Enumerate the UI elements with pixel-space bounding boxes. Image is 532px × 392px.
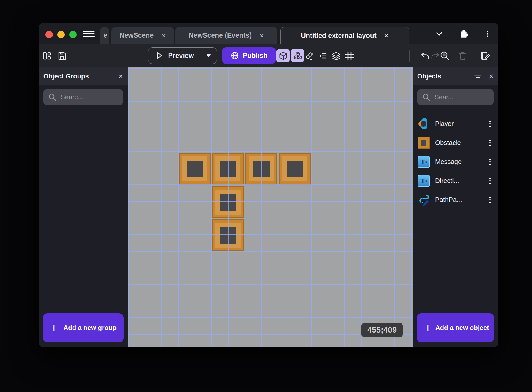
add-object-button[interactable]: + Add a new object: [417, 313, 494, 342]
tab-label: NewScene: [119, 31, 154, 39]
objects-header: Objects ×: [413, 67, 498, 85]
maximize-window-button[interactable]: [69, 31, 77, 38]
chevron-down-icon[interactable]: [434, 29, 445, 39]
tab-newscene-events[interactable]: NewScene (Events) ×: [175, 27, 277, 44]
tab-close-icon[interactable]: ×: [161, 32, 166, 39]
object-row-obstacle[interactable]: Obstacle: [413, 133, 498, 152]
object-row-message[interactable]: Tx Message: [413, 152, 498, 171]
minimize-window-button[interactable]: [57, 31, 65, 38]
tab-untitled-external-layout[interactable]: Untitled external layout ×: [280, 27, 409, 44]
search-icon: [48, 93, 56, 101]
tab-clipped[interactable]: e: [100, 27, 109, 44]
tab-label: e: [103, 31, 107, 39]
close-icon[interactable]: ×: [489, 72, 494, 80]
search-input[interactable]: [435, 93, 489, 101]
kebab-menu-icon[interactable]: [482, 29, 493, 39]
plus-icon: +: [424, 322, 431, 334]
main-menu-icon[interactable]: [83, 31, 95, 38]
play-icon: [155, 51, 163, 60]
player-icon: [417, 117, 430, 130]
pencil-edit-icon[interactable]: [303, 50, 315, 62]
instruction-list-icon[interactable]: [317, 50, 329, 62]
cube-3d-icon: [279, 51, 288, 60]
object-row-pathpaint[interactable]: PathPa...: [413, 190, 498, 209]
plus-icon: +: [51, 322, 57, 334]
tab-close-icon[interactable]: ×: [384, 32, 389, 39]
globe-icon: [230, 51, 239, 60]
add-group-button[interactable]: + Add a new group: [43, 313, 124, 342]
add-object-label: Add a new object: [433, 323, 491, 333]
path-paint-icon: [417, 193, 430, 206]
titlebar: e NewScene × NewScene (Events) × Untitle…: [39, 23, 498, 44]
panel-title: Object Groups: [43, 72, 118, 80]
publish-label: Publish: [243, 52, 267, 60]
tab-newscene[interactable]: NewScene ×: [111, 27, 174, 44]
preview-options-dropdown[interactable]: [200, 48, 217, 64]
toolbar: Preview Publish: [39, 44, 498, 67]
trash-icon[interactable]: [457, 50, 469, 62]
panels-layout-icon[interactable]: [41, 50, 53, 62]
obstacle-icon: [417, 136, 430, 149]
object-menu-kebab-icon[interactable]: [486, 119, 494, 129]
object-groups-search[interactable]: [43, 89, 123, 105]
cursor-coordinates-badge: 455;409: [361, 323, 403, 337]
search-input[interactable]: [61, 93, 118, 101]
panel-title: Objects: [417, 72, 473, 80]
objects-list: Player Obstacle Tx Mess: [413, 105, 498, 209]
object-groups-panel: Object Groups × + Add a new group: [39, 67, 128, 347]
object-menu-kebab-icon[interactable]: [486, 157, 494, 167]
obstacle-instance[interactable]: [245, 153, 277, 185]
main-area: Object Groups × + Add a new group 455;40…: [39, 67, 498, 347]
object-menu-kebab-icon[interactable]: [486, 138, 494, 148]
instances-toggle[interactable]: [291, 49, 304, 62]
tab-label: Untitled external layout: [301, 32, 376, 40]
obstacle-instance[interactable]: [279, 153, 311, 185]
preview-button[interactable]: Preview: [148, 47, 217, 64]
search-icon: [422, 93, 430, 101]
filter-icon[interactable]: [473, 72, 482, 81]
obstacle-instance[interactable]: [212, 153, 244, 185]
object-menu-kebab-icon[interactable]: [486, 176, 494, 186]
view-3d-toggle[interactable]: [276, 49, 290, 62]
tiles-layer: [128, 67, 413, 347]
tab-close-icon[interactable]: ×: [259, 32, 264, 39]
save-icon[interactable]: [56, 50, 68, 62]
extensions-puzzle-icon[interactable]: [458, 29, 469, 39]
text-object-icon: Tx: [417, 155, 430, 168]
object-menu-kebab-icon[interactable]: [486, 195, 494, 205]
scene-properties-icon[interactable]: [479, 50, 491, 62]
object-row-directions[interactable]: Tx Directi...: [413, 171, 498, 190]
object-groups-header: Object Groups ×: [39, 67, 128, 85]
preview-label: Preview: [168, 52, 194, 60]
obstacle-instance[interactable]: [212, 186, 244, 218]
scene-canvas[interactable]: 455;409: [128, 67, 413, 347]
layers-icon[interactable]: [330, 50, 342, 62]
obstacle-instance[interactable]: [179, 153, 211, 185]
objects-search[interactable]: [417, 89, 494, 105]
publish-button[interactable]: Publish: [222, 47, 276, 64]
toolbar-divider: [409, 50, 410, 62]
zoom-in-icon[interactable]: [439, 50, 451, 62]
grid-icon[interactable]: [344, 50, 355, 62]
cubes-icon: [293, 51, 303, 61]
toolbar-divider: [474, 50, 474, 62]
object-row-player[interactable]: Player: [413, 114, 498, 133]
tab-label: NewScene (Events): [189, 31, 252, 39]
objects-panel: Objects × Player: [413, 67, 498, 347]
caret-down-icon: [206, 53, 212, 58]
close-icon[interactable]: ×: [118, 72, 123, 80]
close-window-button[interactable]: [45, 31, 53, 38]
add-group-label: Add a new group: [59, 323, 121, 333]
obstacle-instance[interactable]: [212, 219, 244, 251]
text-object-icon: Tx: [417, 174, 430, 187]
undo-icon[interactable]: [419, 50, 431, 62]
gdevelop-window: e NewScene × NewScene (Events) × Untitle…: [39, 23, 498, 347]
screen: e NewScene × NewScene (Events) × Untitle…: [0, 0, 532, 392]
